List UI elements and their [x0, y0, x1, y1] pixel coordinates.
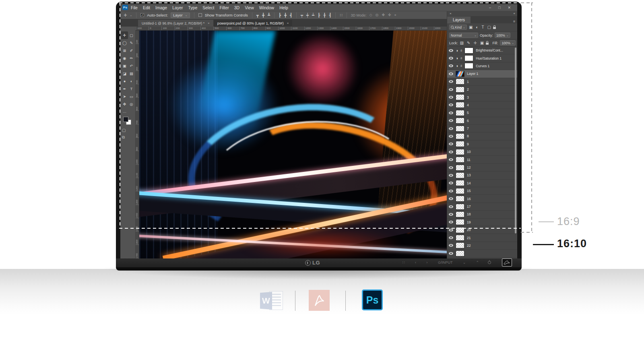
- layer-thumbnail[interactable]: [456, 79, 464, 85]
- layer-thumbnail[interactable]: [456, 211, 464, 217]
- visibility-eye-icon[interactable]: [449, 205, 453, 208]
- menu-item[interactable]: Select: [202, 5, 214, 10]
- brush-tool[interactable]: ✏: [128, 54, 135, 62]
- layer-thumbnail[interactable]: [456, 250, 464, 256]
- layer-name[interactable]: 14: [467, 181, 471, 185]
- auto-select-target-dropdown[interactable]: Layer ⌄: [171, 12, 190, 18]
- 3d-mode-icon[interactable]: ✥: [382, 13, 385, 17]
- quick-select-tool[interactable]: ✎: [128, 39, 135, 47]
- layer-row[interactable]: 16: [447, 195, 517, 202]
- pen-tool[interactable]: ✒: [121, 85, 128, 93]
- layer-name[interactable]: Hue/Saturation 1: [476, 56, 502, 60]
- path-select-tool[interactable]: ➤: [121, 93, 128, 100]
- panel-close-icon[interactable]: ×: [450, 12, 452, 16]
- layer-row[interactable]: 21: [447, 234, 517, 242]
- align-icon[interactable]: ┳: [256, 13, 259, 17]
- layer-name[interactable]: 1: [467, 80, 469, 84]
- layer-name[interactable]: 10: [467, 150, 471, 154]
- visibility-eye-icon[interactable]: [449, 236, 453, 239]
- screen-mode-icon[interactable]: ⧉: [122, 135, 126, 140]
- distribute-icon[interactable]: ┿: [306, 13, 309, 17]
- lock-option-icon[interactable]: ✎: [467, 41, 470, 45]
- layer-name[interactable]: 13: [467, 173, 471, 177]
- menu-item[interactable]: File: [131, 5, 138, 10]
- layer-row[interactable]: 17: [447, 203, 517, 211]
- menu-item[interactable]: Help: [279, 5, 288, 10]
- layer-name[interactable]: 4: [467, 103, 469, 107]
- blur-tool[interactable]: ●: [121, 77, 128, 85]
- visibility-eye-icon[interactable]: [449, 64, 453, 67]
- 3d-mode-icon[interactable]: ◇: [369, 13, 372, 17]
- visibility-eye-icon[interactable]: [449, 96, 453, 99]
- chevron-down-icon[interactable]: ⌄: [130, 14, 132, 17]
- layer-thumbnail[interactable]: [456, 157, 464, 163]
- document-tab-untitled[interactable]: Untitled-1 @ 96.8% (Layer 2, RGB/8#) * ×: [138, 20, 214, 27]
- eraser-tool[interactable]: ◪: [121, 70, 128, 77]
- visibility-eye-icon[interactable]: [449, 88, 453, 91]
- menu-item[interactable]: Image: [155, 5, 167, 10]
- move-tool-icon[interactable]: ✛: [124, 13, 127, 17]
- layer-row[interactable]: 9: [447, 141, 517, 148]
- layer-row[interactable]: 18: [447, 211, 517, 218]
- visibility-eye-icon[interactable]: [449, 151, 453, 153]
- layer-name[interactable]: Brightness/Cont...: [476, 48, 503, 52]
- layer-thumbnail[interactable]: [456, 219, 464, 225]
- visibility-eye-icon[interactable]: [449, 229, 453, 231]
- align-icon[interactable]: ╋: [284, 13, 287, 17]
- layer-thumbnail[interactable]: [456, 188, 464, 194]
- visibility-eye-icon[interactable]: [449, 158, 453, 161]
- ps-app-icon[interactable]: Ps: [122, 5, 128, 10]
- visibility-eye-icon[interactable]: [449, 103, 453, 106]
- layer-row[interactable]: 7: [447, 125, 517, 132]
- lock-option-icon[interactable]: ▨: [460, 41, 464, 45]
- history-brush-tool[interactable]: ↶: [128, 62, 135, 70]
- layer-row[interactable]: 22: [447, 242, 517, 250]
- panel-collapse-icon[interactable]: «: [514, 12, 515, 16]
- fill-input[interactable]: 100% ⌄: [500, 40, 516, 45]
- layer-name[interactable]: 7: [467, 126, 469, 130]
- visibility-eye-icon[interactable]: [449, 244, 453, 247]
- layer-thumbnail[interactable]: [456, 71, 464, 77]
- layer-name[interactable]: 21: [467, 236, 471, 240]
- up-button[interactable]: ⌃: [476, 260, 479, 264]
- canvas-artwork[interactable]: [139, 31, 447, 258]
- visibility-eye-icon[interactable]: [449, 72, 453, 75]
- auto-select-checkbox[interactable]: [140, 13, 144, 17]
- move-tool[interactable]: ✛: [121, 31, 128, 39]
- kind-filter-dropdown[interactable]: Kind ⌄: [449, 25, 467, 30]
- layer-thumbnail[interactable]: [456, 165, 464, 171]
- distribute-icon[interactable]: ╂: [323, 13, 326, 17]
- menu-item[interactable]: Type: [188, 5, 197, 10]
- eyedropper-tool[interactable]: ✐: [128, 47, 135, 54]
- layer-row[interactable]: 6: [447, 117, 517, 125]
- selected-layer-row[interactable]: Layer 1: [447, 70, 517, 78]
- layer-row[interactable]: 19: [447, 219, 517, 226]
- layer-thumbnail[interactable]: [456, 149, 464, 155]
- power-button[interactable]: [488, 261, 491, 264]
- 3d-mode-icon[interactable]: ✜: [388, 13, 391, 17]
- visibility-eye-icon[interactable]: [449, 49, 453, 52]
- visibility-eye-icon[interactable]: [449, 182, 453, 184]
- menu-item[interactable]: 3D: [234, 5, 239, 10]
- panel-scrollbar[interactable]: [515, 48, 516, 233]
- adjustment-layer-row[interactable]: ◑ 8 Brightness/Cont...: [447, 47, 517, 54]
- visibility-eye-icon[interactable]: [449, 127, 453, 130]
- panel-menu-icon[interactable]: ≡: [513, 19, 515, 23]
- layer-thumbnail[interactable]: [456, 118, 464, 124]
- distribute-icon[interactable]: ┯: [301, 13, 303, 17]
- layer-name[interactable]: 8: [467, 134, 469, 138]
- layer-row[interactable]: 11: [447, 156, 517, 163]
- visibility-eye-icon[interactable]: [449, 252, 453, 255]
- align-icon[interactable]: ┣: [279, 13, 281, 17]
- layer-name[interactable]: 16: [467, 197, 471, 201]
- prev-button[interactable]: ‹: [415, 260, 416, 264]
- document-tab-powerpoint[interactable]: powerpoint.psd @ 80% (Layer 1, RGB/8#) ×: [214, 20, 293, 27]
- clone-stamp-tool[interactable]: ▣: [121, 62, 128, 70]
- layer-thumbnail[interactable]: [456, 204, 464, 210]
- visibility-eye-icon[interactable]: [449, 119, 453, 122]
- layer-row[interactable]: 4: [447, 101, 517, 109]
- layer-thumbnail[interactable]: [456, 141, 464, 147]
- layer-thumbnail[interactable]: [456, 196, 464, 202]
- down-button[interactable]: ⌄: [463, 260, 466, 264]
- layer-mask-thumbnail[interactable]: [464, 63, 473, 69]
